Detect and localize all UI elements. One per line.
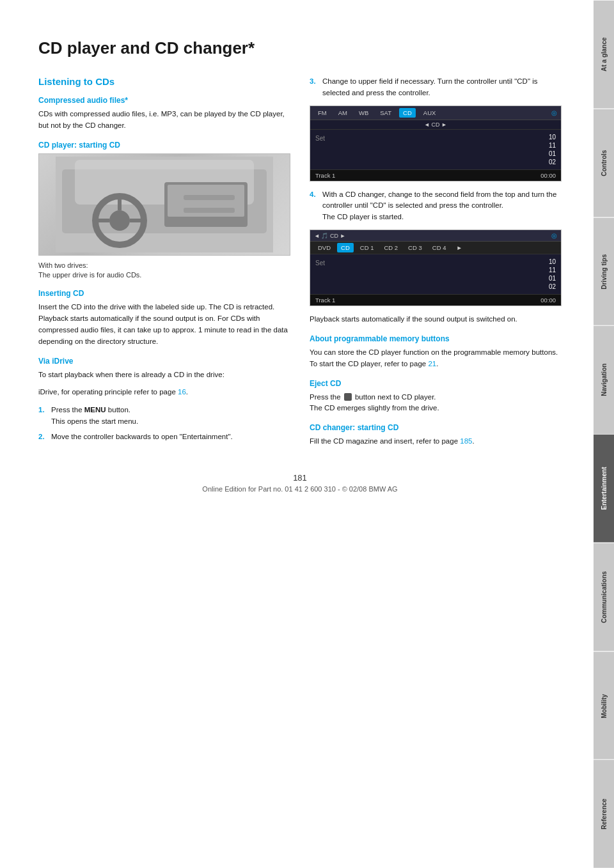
screen-1-footer: Track 1 00:00	[310, 169, 561, 181]
eject-cd-heading: Eject CD	[310, 379, 562, 388]
tab-dvd: DVD	[314, 243, 335, 252]
step-2: 2. Move the controller backwards to open…	[38, 431, 290, 443]
tab-sat: SAT	[376, 108, 395, 118]
tab-cd-2-selected: CD	[337, 243, 354, 252]
tab-mobility[interactable]: Mobility	[594, 651, 614, 760]
cd-player-image	[38, 153, 290, 256]
memory-page-link[interactable]: 21	[428, 360, 436, 368]
page-footer: 181 Online Edition for Part no. 01 41 2 …	[38, 473, 562, 506]
page-number: 181	[38, 473, 562, 483]
tab-cd3: CD 3	[404, 243, 426, 252]
screen-2-topbar: ◄ 🎵 CD ► ◎	[310, 230, 561, 242]
via-idrive-heading: Via iDrive	[38, 357, 290, 366]
step-3: 3. Change to upper field if necessary. T…	[310, 76, 562, 99]
tab-navigation[interactable]: Navigation	[594, 325, 614, 434]
svg-rect-14	[209, 221, 219, 226]
eject-cd-body: Press the button next to CD player.The C…	[310, 392, 562, 415]
eject-icon	[344, 393, 352, 401]
screen-2-body: Set 10 11 01 02	[310, 254, 561, 294]
screen-1: FM AM WB SAT CD AUX ◎ ◄ CD ► Set 10 11	[310, 105, 562, 182]
screen-2-footer: Track 1 00:00	[310, 294, 561, 306]
track-label-2: Track 1	[315, 297, 335, 304]
idrive-ref: iDrive, for operating principle refer to…	[38, 387, 290, 398]
steps-list-left: 1. Press the MENU button.This opens the …	[38, 405, 290, 442]
main-content: CD player and CD changer* Listening to C…	[0, 0, 594, 531]
screen-1-nav: ◄ CD ►	[310, 120, 561, 130]
set-label-1: Set	[315, 135, 325, 142]
set-label-2: Set	[315, 260, 325, 267]
menu-bold: MENU	[84, 406, 106, 414]
inserting-cd-heading: Inserting CD	[38, 289, 290, 298]
tab-fm: FM	[314, 108, 331, 118]
svg-point-6	[109, 210, 130, 231]
playback-note: Playback starts automatically if the sou…	[310, 314, 562, 325]
tab-at-a-glance[interactable]: At a glance	[594, 0, 614, 109]
step-4-list: 4. With a CD changer, change to the seco…	[310, 189, 562, 223]
screen-2-tabs: DVD CD CD 1 CD 2 CD 3 CD 4 ►	[310, 242, 561, 254]
cd-player-starting-heading: CD player: starting CD	[38, 141, 290, 150]
screen-2-nav-left: ◄ 🎵 CD ►	[314, 233, 345, 239]
screen-1-numbers: 10 11 01 02	[549, 132, 556, 167]
svg-rect-15	[222, 221, 232, 226]
tab-aux: AUX	[420, 108, 440, 118]
time-label-2: 00:00	[540, 297, 556, 304]
side-navigation: At a glance Controls Driving tips Naviga…	[594, 0, 614, 868]
tab-am: AM	[335, 108, 351, 118]
track-label-1: Track 1	[315, 172, 335, 179]
tab-cd4: CD 4	[429, 243, 450, 252]
about-memory-heading: About programmable memory buttons	[310, 334, 562, 343]
listening-to-cds-heading: Listening to CDs	[38, 76, 290, 87]
screen-2-set: Set	[315, 257, 544, 291]
two-column-layout: Listening to CDs Compressed audio files*…	[38, 76, 562, 454]
tab-cd1: CD 1	[356, 243, 378, 252]
dashboard-illustration	[56, 157, 273, 252]
tab-reference[interactable]: Reference	[594, 759, 614, 868]
screen-1-topbar: FM AM WB SAT CD AUX ◎	[310, 106, 561, 120]
tab-communications[interactable]: Communications	[594, 543, 614, 651]
inserting-cd-body: Insert the CD into the drive with the la…	[38, 302, 290, 347]
time-label-1: 00:00	[540, 172, 556, 179]
image-caption: With two drives: The upper drive is for …	[38, 261, 290, 281]
left-column: Listening to CDs Compressed audio files*…	[38, 76, 290, 454]
screen-2-icon: ◎	[551, 232, 557, 239]
compressed-audio-body: CDs with compressed audio files, i.e. MP…	[38, 109, 290, 132]
svg-rect-11	[184, 208, 235, 213]
compressed-audio-heading: Compressed audio files*	[38, 96, 290, 105]
step-1: 1. Press the MENU button.This opens the …	[38, 405, 290, 428]
screen-1-body: Set 10 11 01 02	[310, 130, 561, 169]
tab-controls[interactable]: Controls	[594, 109, 614, 217]
right-column: 3. Change to upper field if necessary. T…	[310, 76, 562, 454]
tab-wb: WB	[355, 108, 372, 118]
tab-driving-tips[interactable]: Driving tips	[594, 217, 614, 326]
tab-more: ►	[452, 243, 466, 252]
screen-2-numbers: 10 11 01 02	[549, 257, 556, 291]
svg-rect-12	[184, 221, 193, 226]
svg-rect-13	[196, 221, 206, 226]
svg-rect-10	[184, 195, 235, 200]
changer-page-link[interactable]: 185	[460, 437, 472, 445]
cd-changer-body: Fill the CD magazine and insert, refer t…	[310, 436, 562, 447]
screen-1-icon: ◎	[551, 109, 557, 116]
tab-cd2: CD 2	[380, 243, 402, 252]
page-title: CD player and CD changer*	[38, 38, 562, 58]
via-idrive-intro: To start playback when there is already …	[38, 369, 290, 381]
idrive-ref-link[interactable]: 16	[178, 388, 186, 396]
footer-text: Online Edition for Part no. 01 41 2 600 …	[202, 485, 397, 493]
screen-2: ◄ 🎵 CD ► ◎ DVD CD CD 1 CD 2 CD 3 CD 4 ► …	[310, 229, 562, 306]
about-memory-body: You can store the CD player function on …	[310, 347, 562, 370]
step-4: 4. With a CD changer, change to the seco…	[310, 189, 562, 223]
cd-changer-heading: CD changer: starting CD	[310, 423, 562, 432]
screen-1-set: Set	[315, 132, 544, 167]
tab-cd-selected: CD	[399, 108, 416, 118]
step-3-list: 3. Change to upper field if necessary. T…	[310, 76, 562, 99]
tab-entertainment[interactable]: Entertainment	[594, 434, 614, 543]
